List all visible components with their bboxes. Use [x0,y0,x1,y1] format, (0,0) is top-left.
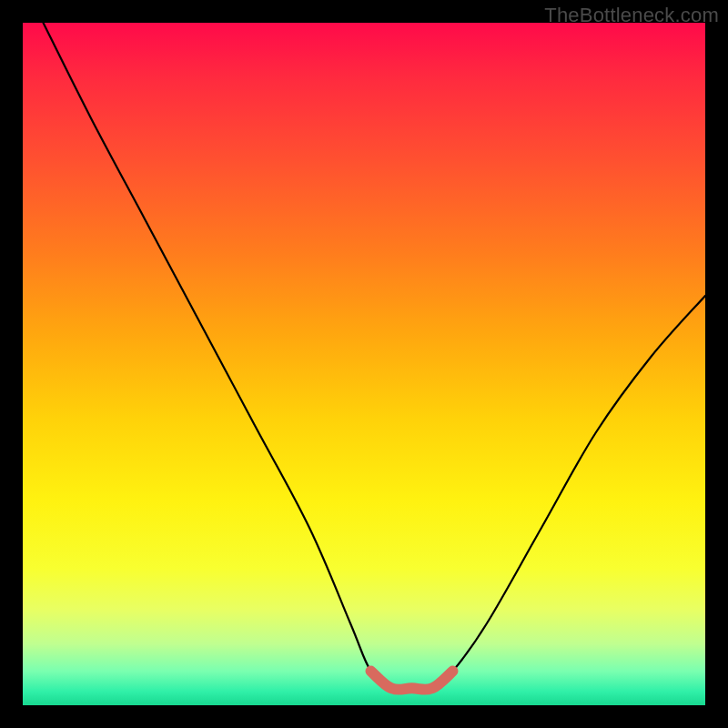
optimal-band-path [371,672,453,690]
bottleneck-curve-path [44,23,706,690]
chart-frame: TheBottleneck.com [0,0,728,728]
chart-plot-area [23,23,705,705]
chart-svg [23,23,705,705]
watermark-text: TheBottleneck.com [544,4,719,27]
